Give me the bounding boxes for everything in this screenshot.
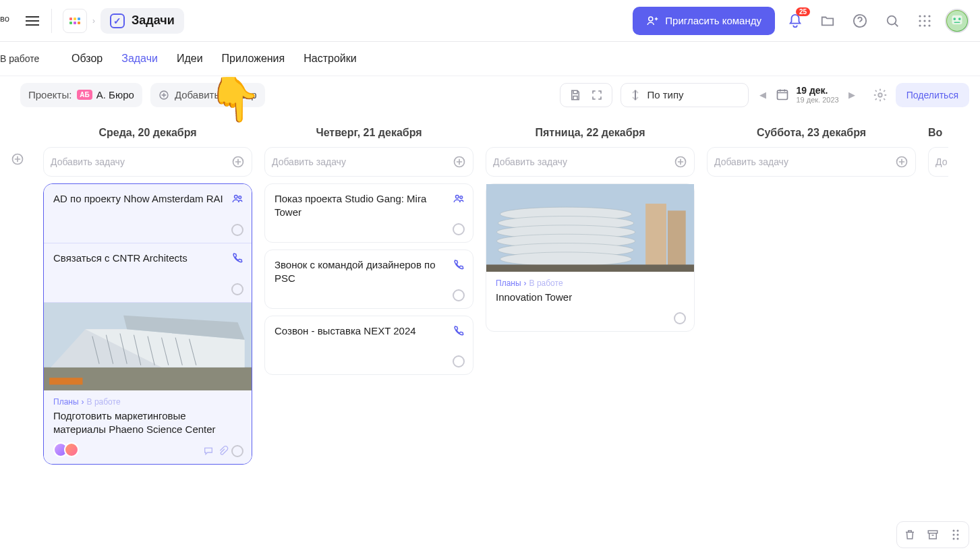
add-task-row-cut[interactable]: До — [928, 147, 948, 177]
add-task-input[interactable] — [493, 156, 668, 167]
task-card[interactable]: Планы›В работе Подготовить маркетинговые… — [44, 303, 252, 464]
svg-rect-51 — [486, 264, 694, 272]
task-card[interactable]: AD по проекту Nhow Amsterdam RAI — [44, 184, 252, 243]
tabs-row: В работе Обзор Задачи Идеи Приложения На… — [0, 42, 980, 76]
help-icon — [853, 13, 867, 28]
svg-point-0 — [649, 17, 653, 21]
board-settings-button[interactable] — [873, 88, 888, 102]
add-task-plus-button[interactable] — [453, 155, 466, 169]
svg-rect-18 — [778, 91, 788, 100]
add-task-row[interactable] — [486, 147, 695, 177]
add-filter-button[interactable]: Добавить фильтр — [150, 83, 265, 107]
column-thu: Четверг, 21 декабря Показ проекта Studio… — [264, 121, 473, 382]
add-task-plus-button[interactable] — [895, 155, 909, 169]
project-name: А. Бюро — [96, 89, 134, 100]
project-filter-chip[interactable]: Проекты: АБ А. Бюро — [20, 83, 142, 107]
add-task-input[interactable] — [714, 156, 890, 167]
divider — [51, 9, 52, 33]
date-next-button[interactable]: ▶ — [846, 90, 858, 100]
task-card[interactable]: Звонок с командой дизайнеров по PSC — [264, 249, 473, 309]
notifications-button[interactable]: 25 — [783, 9, 807, 33]
status-toggle[interactable] — [231, 283, 243, 295]
card-image — [486, 184, 694, 272]
add-task-plus-button[interactable] — [231, 155, 245, 169]
tab-apps[interactable]: Приложения — [222, 50, 285, 67]
cut-text-top-left: во — [0, 13, 9, 24]
add-task-row[interactable] — [43, 147, 252, 177]
trash-button[interactable] — [901, 526, 919, 543]
status-toggle[interactable] — [453, 223, 465, 235]
add-task-input[interactable] — [51, 156, 226, 167]
tab-tasks[interactable]: Задачи — [121, 50, 158, 67]
folder-button[interactable] — [815, 9, 840, 33]
drag-icon — [951, 529, 960, 541]
svg-point-3 — [919, 15, 921, 17]
share-button[interactable]: Поделиться — [896, 83, 969, 107]
apps-icon — [918, 14, 931, 28]
drag-handle[interactable] — [947, 526, 964, 543]
team-icon — [453, 192, 465, 204]
help-button[interactable] — [848, 9, 872, 33]
date-prev-button[interactable]: ◀ — [757, 90, 769, 100]
svg-rect-37 — [49, 378, 82, 384]
gear-icon — [873, 88, 888, 102]
card-image — [44, 303, 252, 390]
sort-icon — [631, 89, 640, 101]
column-header: Среда, 20 декабря — [43, 121, 252, 147]
page-title-chip[interactable]: ✓ Задачи — [100, 8, 184, 34]
expand-button[interactable] — [587, 86, 606, 105]
column-header-cut: Во — [928, 121, 948, 147]
status-toggle[interactable] — [231, 224, 243, 236]
search-button[interactable] — [880, 9, 904, 33]
tab-overview[interactable]: Обзор — [71, 50, 103, 67]
tab-ideas[interactable]: Идеи — [177, 50, 203, 67]
sort-dropdown[interactable]: По типу — [621, 83, 749, 107]
comment-icon[interactable] — [203, 446, 214, 457]
svg-point-15 — [958, 18, 961, 20]
attachment-icon[interactable] — [218, 446, 229, 457]
svg-point-8 — [928, 20, 930, 22]
cut-text-left: В работе — [0, 53, 39, 64]
check-icon: ✓ — [110, 13, 125, 28]
search-icon — [885, 13, 900, 28]
date-sub: 19 дек. 2023 — [796, 96, 838, 104]
svg-point-22 — [235, 196, 238, 199]
svg-rect-53 — [928, 531, 938, 533]
projects-label: Проекты: — [28, 89, 71, 100]
add-task-plus-button[interactable] — [674, 155, 687, 169]
project-badge: АБ — [77, 90, 92, 100]
chevron-right-icon: › — [92, 16, 95, 26]
status-toggle[interactable] — [231, 445, 243, 457]
svg-point-56 — [953, 534, 955, 536]
add-task-row[interactable] — [264, 147, 473, 177]
menu-icon[interactable] — [24, 13, 40, 29]
tab-settings[interactable]: Настройки — [304, 50, 356, 67]
apps-grid-button[interactable] — [913, 9, 937, 33]
archive-button[interactable] — [924, 526, 942, 543]
sort-label: По типу — [647, 89, 683, 100]
add-task-button-prev[interactable] — [11, 152, 31, 166]
app-switcher-button[interactable] — [63, 9, 87, 33]
status-toggle[interactable] — [674, 312, 686, 324]
column-fri: Пятница, 22 декабря — [486, 121, 695, 339]
plus-circle-icon — [11, 152, 24, 166]
prev-column-stub — [11, 121, 31, 166]
task-card[interactable]: Планы›В работе Innovation Tower — [486, 183, 695, 332]
column-header: Четверг, 21 декабря — [264, 121, 473, 147]
page-title: Задачи — [132, 13, 175, 28]
status-toggle[interactable] — [453, 355, 465, 367]
status-toggle[interactable] — [453, 289, 465, 301]
task-card[interactable]: Связаться с CNTR Architects — [44, 243, 252, 303]
task-card[interactable]: Созвон - выставка NEXT 2024 — [264, 316, 473, 375]
grid-icon — [69, 18, 80, 24]
invite-team-button[interactable]: Пригласить команду — [633, 7, 775, 35]
svg-point-58 — [953, 538, 955, 540]
user-avatar[interactable] — [945, 9, 969, 33]
add-task-row[interactable] — [707, 147, 916, 177]
add-task-input[interactable] — [272, 156, 447, 167]
save-view-button[interactable] — [566, 86, 585, 105]
folder-icon — [820, 13, 835, 28]
task-card[interactable]: Показ проекта Studio Gang: Mira Tower — [264, 183, 473, 243]
svg-point-4 — [923, 15, 925, 17]
plus-circle-icon — [895, 155, 909, 169]
